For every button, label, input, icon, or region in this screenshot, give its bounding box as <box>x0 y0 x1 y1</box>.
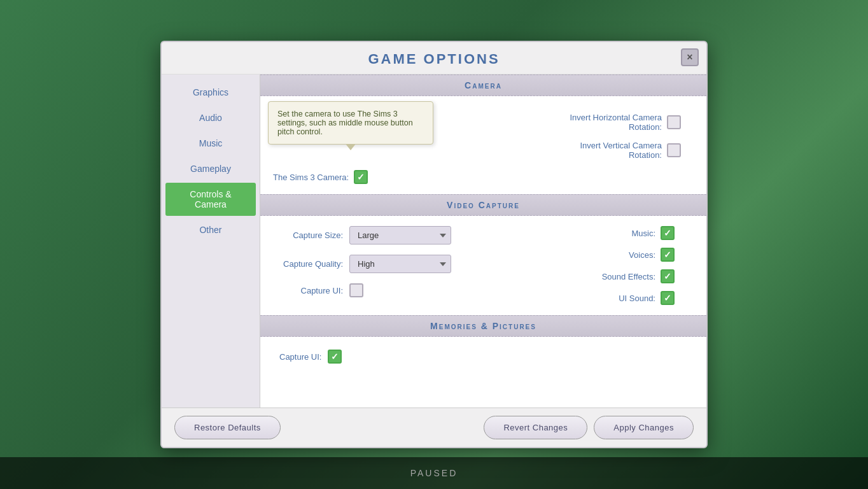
invert-vertical-label: Invert Vertical Camera Rotation: <box>560 141 662 160</box>
capture-size-select[interactable]: Small Medium Large <box>349 226 451 244</box>
sound-effects-checkbox[interactable] <box>661 269 675 283</box>
capture-ui-field: Capture UI: <box>273 283 468 297</box>
capture-quality-dropdown-wrapper: Low Medium High <box>349 255 451 273</box>
sidebar-item-controls[interactable]: Controls & Camera <box>165 183 256 216</box>
ui-sound-checkbox[interactable] <box>661 291 675 305</box>
sidebar-item-other[interactable]: Other <box>165 218 256 241</box>
ui-sound-label: UI Sound: <box>619 294 655 303</box>
capture-ui-label: Capture UI: <box>273 286 343 295</box>
capture-ui-checkbox[interactable] <box>349 283 363 297</box>
memories-section-header: Memories & Pictures <box>260 315 706 337</box>
video-capture-section-body: Capture Size: Small Medium Large <box>260 216 706 315</box>
camera-section-body: Set the camera to use The Sims 3 setting… <box>260 96 706 194</box>
content-area: Camera Set the camera to use The Sims 3 … <box>260 74 706 408</box>
modal-backdrop: Game Options × Graphics Audio Music Game… <box>0 0 868 489</box>
memories-section-body: Capture UI: <box>260 337 706 376</box>
sidebar-item-graphics[interactable]: Graphics <box>165 81 256 104</box>
music-label: Music: <box>631 229 655 238</box>
memories-capture-label: Capture UI: <box>279 352 321 362</box>
apply-changes-button[interactable]: Apply Changes <box>594 416 694 439</box>
close-button[interactable]: × <box>681 48 699 66</box>
sims3-camera-checkbox[interactable] <box>354 170 368 184</box>
capture-size-label: Capture Size: <box>273 230 343 240</box>
voices-option: Voices: <box>629 248 675 262</box>
sound-effects-label: Sound Effects: <box>602 272 655 281</box>
invert-vertical-checkbox[interactable] <box>667 143 681 157</box>
camera-section-header: Camera <box>260 74 706 96</box>
memories-capture-checkbox[interactable] <box>328 350 342 364</box>
sims3-camera-row: The Sims 3 Camera: <box>273 170 477 184</box>
modal-body: Graphics Audio Music Gameplay Controls &… <box>162 74 706 408</box>
memories-capture-field: Capture UI: <box>279 350 687 364</box>
game-options-modal: Game Options × Graphics Audio Music Game… <box>160 41 708 448</box>
revert-changes-button[interactable]: Revert Changes <box>484 416 587 439</box>
footer-right-buttons: Revert Changes Apply Changes <box>484 416 694 439</box>
invert-horizontal-label: Invert Horizontal Camera Rotation: <box>560 113 662 132</box>
sims3-camera-label: The Sims 3 Camera: <box>273 173 349 182</box>
capture-quality-select[interactable]: Low Medium High <box>349 255 451 273</box>
video-capture-section-header: Video Capture <box>260 194 706 216</box>
music-checkbox[interactable] <box>661 226 675 240</box>
voices-checkbox[interactable] <box>661 248 675 262</box>
voices-label: Voices: <box>629 250 655 260</box>
modal-title: Game Options <box>368 51 500 67</box>
restore-defaults-button[interactable]: Restore Defaults <box>174 416 281 439</box>
capture-quality-field: Capture Quality: Low Medium High <box>273 255 468 273</box>
capture-size-field: Capture Size: Small Medium Large <box>273 226 468 244</box>
music-option: Music: <box>631 226 675 240</box>
sidebar-item-audio[interactable]: Audio <box>165 106 256 129</box>
invert-vertical-option: Invert Vertical Camera Rotation: <box>560 141 681 160</box>
modal-footer: Restore Defaults Revert Changes Apply Ch… <box>162 408 706 447</box>
invert-horizontal-checkbox[interactable] <box>667 115 681 129</box>
sidebar: Graphics Audio Music Gameplay Controls &… <box>162 74 260 408</box>
sidebar-item-music[interactable]: Music <box>165 132 256 155</box>
capture-right: Music: Voices: Sound Effects: <box>480 226 694 305</box>
capture-size-dropdown-wrapper: Small Medium Large <box>349 226 451 244</box>
sound-effects-option: Sound Effects: <box>602 269 675 283</box>
capture-left: Capture Size: Small Medium Large <box>273 226 468 305</box>
modal-title-bar: Game Options × <box>162 42 706 74</box>
invert-horizontal-option: Invert Horizontal Camera Rotation: <box>560 113 681 132</box>
camera-tooltip: Set the camera to use The Sims 3 setting… <box>268 101 433 145</box>
capture-grid: Capture Size: Small Medium Large <box>273 226 694 305</box>
sidebar-item-gameplay[interactable]: Gameplay <box>165 157 256 180</box>
capture-quality-label: Capture Quality: <box>273 259 343 269</box>
ui-sound-option: UI Sound: <box>619 291 675 305</box>
camera-right: Invert Horizontal Camera Rotation: Inver… <box>477 113 694 160</box>
